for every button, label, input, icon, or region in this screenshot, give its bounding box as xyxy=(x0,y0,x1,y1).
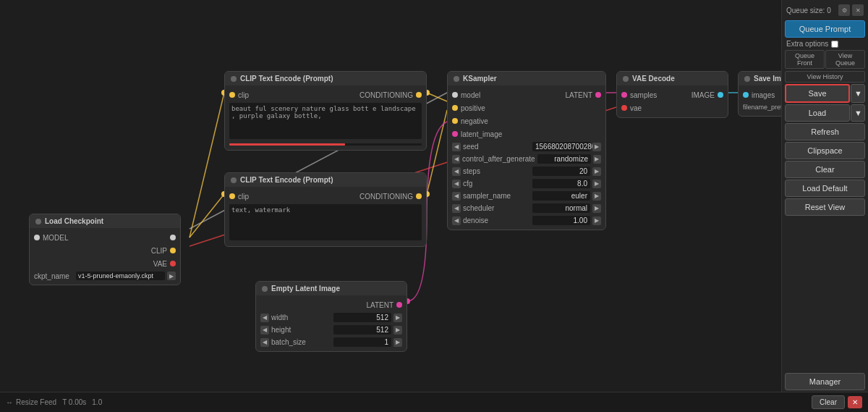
ks-steps-row: ◀ steps 20 ▶ xyxy=(448,165,605,177)
node-dot xyxy=(231,177,237,183)
node-empty-latent: Empty Latent Image LATENT ◀ width 512 ▶ … xyxy=(255,281,407,352)
node-save-image-header: Save Image xyxy=(739,72,781,85)
node-clip2-header: CLIP Text Encode (Prompt) xyxy=(225,173,426,187)
ks-sampler-right[interactable]: ▶ xyxy=(592,192,601,201)
ks-control-row: ◀ control_after_generate randomize ▶ xyxy=(448,153,605,165)
ks-cfg-right[interactable]: ▶ xyxy=(592,180,601,188)
clipspace-button[interactable]: Clipspace xyxy=(785,142,865,159)
ks-denoise-right[interactable]: ▶ xyxy=(592,216,601,225)
el-height-left[interactable]: ◀ xyxy=(260,326,269,335)
reset-view-button[interactable]: Reset View xyxy=(785,198,865,216)
ks-seed-right[interactable]: ▶ xyxy=(592,143,601,151)
clip2-text[interactable]: text, watermark xyxy=(229,204,422,240)
el-width-right[interactable]: ▶ xyxy=(393,314,402,322)
ks-scheduler-value: normal xyxy=(532,203,590,213)
ks-sampler-row: ◀ sampler_name euler ▶ xyxy=(448,190,605,202)
latent-out-port xyxy=(396,302,402,308)
ks-seed-left[interactable]: ◀ xyxy=(452,143,461,151)
clip1-text[interactable]: beaut ful scenery nature glass bott e la… xyxy=(229,103,422,139)
node-ksampler-header: KSampler xyxy=(448,72,605,85)
el-width-left[interactable]: ◀ xyxy=(260,314,269,322)
save-arrow-button[interactable]: ▼ xyxy=(851,84,865,103)
ks-steps-left[interactable]: ◀ xyxy=(452,167,461,176)
bottom-close-button[interactable]: ✕ xyxy=(848,396,862,408)
el-height-right[interactable]: ▶ xyxy=(393,326,402,335)
vae-samples-label: samples xyxy=(630,91,673,99)
load-button[interactable]: Load xyxy=(785,104,850,122)
refresh-button[interactable]: Refresh xyxy=(785,123,865,140)
el-batch-right[interactable]: ▶ xyxy=(393,338,402,347)
ks-sampler-value: euler xyxy=(532,191,590,201)
el-width-label: width xyxy=(271,314,331,321)
clip1-out-label: CONDITIONING xyxy=(326,91,413,99)
node-dot xyxy=(231,76,237,82)
ks-scheduler-left[interactable]: ◀ xyxy=(452,204,461,213)
node-clip-text-2: CLIP Text Encode (Prompt) clip CONDITION… xyxy=(224,172,427,247)
view-queue-button[interactable]: View Queue xyxy=(825,50,865,69)
save-button[interactable]: Save xyxy=(785,84,850,103)
ks-sampler-left[interactable]: ◀ xyxy=(452,192,461,201)
ks-control-right[interactable]: ▶ xyxy=(593,155,601,164)
queue-size-label: Queue size: 0 xyxy=(786,7,831,14)
ks-latent-in xyxy=(452,131,458,137)
bottom-right: Clear ✕ xyxy=(812,395,862,409)
model-out-label: MODEL xyxy=(43,234,167,242)
load-arrow-button[interactable]: ▼ xyxy=(851,104,865,122)
node-dot xyxy=(35,219,41,224)
clip1-progress xyxy=(229,143,422,146)
ks-denoise-left[interactable]: ◀ xyxy=(452,216,461,225)
ks-cfg-left[interactable]: ◀ xyxy=(452,180,461,188)
load-default-button[interactable]: Load Default xyxy=(785,180,865,197)
manager-button[interactable]: Manager xyxy=(785,373,865,390)
clip2-in-label: clip xyxy=(238,193,326,201)
node-load-checkpoint-header: Load Checkpoint xyxy=(30,214,180,228)
resize-icon: ↔ xyxy=(6,398,13,406)
ckpt-btn[interactable]: ▶ xyxy=(167,272,176,280)
view-history-button[interactable]: View History xyxy=(785,71,865,83)
ks-cfg-value: 8.0 xyxy=(532,179,590,188)
ks-denoise-row: ◀ denoise 1.00 ▶ xyxy=(448,214,605,227)
ks-control-value: randomize xyxy=(537,154,591,164)
el-batch-left[interactable]: ◀ xyxy=(260,338,269,347)
settings-icon-btn[interactable]: ⚙ xyxy=(838,4,850,16)
node-vae-decode: VAE Decode samples IMAGE vae xyxy=(616,71,728,118)
node-clip-text-1: CLIP Text Encode (Prompt) clip CONDITION… xyxy=(224,71,427,151)
ks-cfg-row: ◀ cfg 8.0 ▶ xyxy=(448,177,605,190)
svg-line-2 xyxy=(190,194,224,237)
node-save-image-title: Save Image xyxy=(754,75,781,83)
latent-out-label: LATENT xyxy=(260,301,393,309)
ks-steps-right[interactable]: ▶ xyxy=(592,167,601,176)
load-row: Load ▼ xyxy=(785,104,865,122)
ks-denoise-value: 1.00 xyxy=(532,216,590,225)
ks-scheduler-right[interactable]: ▶ xyxy=(592,204,601,213)
vae-image-out xyxy=(718,92,723,98)
clear-button[interactable]: Clear xyxy=(785,161,865,178)
node-clip1-title: CLIP Text Encode (Prompt) xyxy=(240,75,333,83)
save-images-in xyxy=(743,92,749,98)
node-vae-decode-header: VAE Decode xyxy=(617,72,728,85)
ks-control-label: control_after_generate xyxy=(462,155,535,163)
queue-prompt-button[interactable]: Queue Prompt xyxy=(785,20,865,38)
queue-header: Queue size: 0 ⚙ ✕ xyxy=(785,3,865,17)
extra-options-row: Extra options xyxy=(785,39,865,49)
node-empty-latent-header: Empty Latent Image xyxy=(256,282,407,295)
queue-front-button[interactable]: Queue Front xyxy=(785,50,825,69)
extra-options-checkbox[interactable] xyxy=(831,41,838,48)
node-load-checkpoint: Load Checkpoint MODEL CLIP VAE ckpt_name… xyxy=(29,214,181,285)
save-images-label: images xyxy=(752,91,781,99)
coord-label: 1.0 xyxy=(92,398,102,406)
ks-seed-label: seed xyxy=(463,143,530,151)
close-panel-btn[interactable]: ✕ xyxy=(852,4,864,16)
node-clip1-header: CLIP Text Encode (Prompt) xyxy=(225,72,426,85)
ks-model-label: model xyxy=(461,91,527,99)
ks-negative-in xyxy=(452,118,458,124)
ckpt-name-value: v1-5-pruned-emaonly.ckpt xyxy=(76,272,165,280)
el-height-value: 512 xyxy=(333,325,391,335)
ks-control-left[interactable]: ◀ xyxy=(452,155,460,164)
canvas-area[interactable]: Load Checkpoint MODEL CLIP VAE ckpt_name… xyxy=(0,0,781,412)
bottom-clear-button[interactable]: Clear xyxy=(812,395,845,409)
resize-feed-label: Resize Feed xyxy=(16,398,56,406)
node-dot xyxy=(744,76,750,82)
ks-cfg-label: cfg xyxy=(463,180,530,188)
node-ksampler-title: KSampler xyxy=(463,75,497,83)
